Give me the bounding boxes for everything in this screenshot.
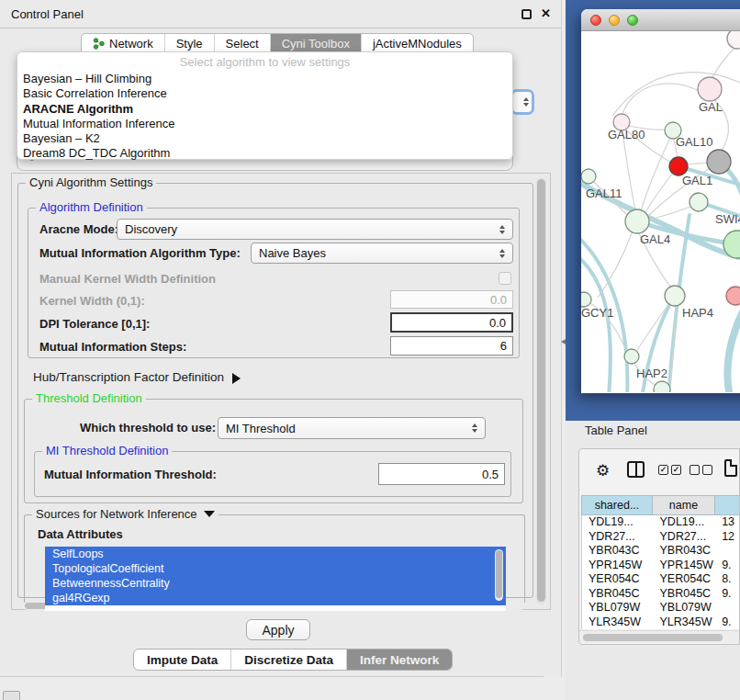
list-scrollbar-thumb[interactable] bbox=[496, 550, 502, 598]
table-horizontal-scrollbar[interactable] bbox=[579, 630, 740, 643]
table-row[interactable]: YBR043CYBR043C bbox=[582, 544, 740, 559]
split-columns-icon[interactable] bbox=[627, 461, 645, 478]
list-scrollbar[interactable] bbox=[495, 549, 503, 601]
focused-combo-fragment bbox=[510, 89, 534, 115]
gear-icon[interactable]: ⚙ bbox=[596, 461, 610, 480]
close-traffic-light-icon[interactable] bbox=[590, 15, 601, 26]
node-label-hap4: HAP4 bbox=[682, 306, 713, 320]
list-item-selfloops[interactable]: SelfLoops bbox=[45, 547, 506, 561]
vertical-scrollbar[interactable] bbox=[536, 178, 546, 604]
node-label-gal11: GAL11 bbox=[586, 186, 622, 200]
sources-title-text: Sources for Network Inference bbox=[36, 507, 197, 521]
table-row[interactable]: YPR145WYPR145W9. bbox=[582, 559, 740, 573]
node-salmon[interactable] bbox=[726, 287, 740, 305]
menu-item-basic-correlation[interactable]: Basic Correlation Inference bbox=[17, 86, 512, 101]
node-label-swi4: SWI4 bbox=[715, 212, 740, 226]
which-threshold-combo[interactable]: MI Threshold bbox=[218, 417, 486, 439]
node-gal11[interactable] bbox=[581, 169, 596, 184]
mi-steps-field[interactable]: 6 bbox=[390, 336, 513, 356]
document-icon[interactable] bbox=[724, 459, 737, 477]
table-row[interactable]: YLR345WYLR345W9. bbox=[582, 615, 740, 630]
apply-button[interactable]: Apply bbox=[246, 619, 310, 640]
vertical-scrollbar-thumb[interactable] bbox=[537, 179, 545, 602]
tab-jactivemnodules[interactable]: jActiveMNodules bbox=[361, 34, 473, 53]
table-scrollbar-thumb[interactable] bbox=[583, 634, 723, 641]
node-gcy1[interactable] bbox=[581, 292, 591, 307]
column-header-name[interactable]: name bbox=[653, 495, 715, 515]
node-bottom-cut[interactable] bbox=[654, 381, 670, 392]
node-gray[interactable] bbox=[707, 150, 731, 174]
node-hap4[interactable] bbox=[665, 286, 685, 306]
list-item-betweennesscentrality[interactable]: BetweennessCentrality bbox=[45, 576, 506, 591]
float-window-icon[interactable] bbox=[521, 9, 532, 19]
hub-definition-row[interactable]: Hub/Transcription Factor Definition bbox=[33, 367, 241, 388]
select-all-checks-icon[interactable]: ✓ ✓ bbox=[658, 465, 681, 475]
node-top-cut[interactable] bbox=[727, 31, 740, 49]
menu-item-bayesian-k2[interactable]: Bayesian – K2 bbox=[17, 131, 512, 146]
dpi-tolerance-field[interactable]: 0.0 bbox=[390, 312, 513, 333]
tab-cyni-toolbox-label: Cyni Toolbox bbox=[282, 37, 350, 51]
menu-item-bayesian-hill-climbing[interactable]: Bayesian – Hill Climbing bbox=[17, 72, 512, 86]
cyni-settings-scrollpane: Cyni Algorithm Settings Algorithm Defini… bbox=[11, 173, 551, 610]
deselect-all-checks-icon[interactable] bbox=[690, 465, 712, 475]
node-red-selected[interactable] bbox=[669, 157, 688, 175]
manual-kernel-checkbox[interactable] bbox=[499, 272, 511, 285]
node-label-hap2: HAP2 bbox=[636, 367, 667, 380]
node-gal4[interactable] bbox=[625, 209, 649, 233]
list-item-topologicalcoefficient[interactable]: TopologicalCoefficient bbox=[45, 561, 506, 576]
table-toolbar: ⚙ ✓ ✓ bbox=[579, 449, 739, 495]
cell: YDL19... bbox=[582, 515, 654, 530]
mi-threshold-group-title: MI Threshold Definition bbox=[42, 444, 172, 457]
cell: 13 bbox=[715, 515, 740, 530]
node-gal1[interactable] bbox=[690, 193, 708, 211]
zoom-traffic-light-icon[interactable] bbox=[627, 15, 638, 26]
manual-kernel-label: Manual Kernel Width Definition bbox=[39, 269, 216, 289]
network-view-window[interactable]: GAL GAL80 GAL10 GAL11 GAL1 SWI4 GAL4 GCY… bbox=[581, 9, 740, 393]
list-item-gal4rgexp[interactable]: gal4RGexp bbox=[45, 591, 506, 605]
table-body[interactable]: YDL19...YDL19...13 YDR27...YDR27...12 YB… bbox=[581, 515, 740, 629]
node-hap2[interactable] bbox=[624, 349, 639, 364]
minimize-traffic-light-icon[interactable] bbox=[609, 15, 620, 26]
cell: YDL19... bbox=[654, 515, 716, 530]
close-icon[interactable]: ✕ bbox=[541, 6, 551, 20]
node-gal-cut[interactable] bbox=[698, 77, 722, 101]
expand-arrow-icon[interactable] bbox=[232, 373, 241, 384]
collapsed-panel-button[interactable] bbox=[3, 691, 20, 700]
stepper-icon bbox=[472, 423, 477, 433]
kernel-width-value: 0.0 bbox=[490, 293, 507, 307]
tab-network[interactable]: Network bbox=[82, 34, 164, 53]
network-canvas[interactable]: GAL GAL80 GAL10 GAL11 GAL1 SWI4 GAL4 GCY… bbox=[581, 31, 740, 392]
network-window-titlebar[interactable] bbox=[581, 9, 740, 31]
column-header-shared-name[interactable]: shared... bbox=[581, 495, 653, 515]
tab-discretize-data[interactable]: Discretize Data bbox=[230, 649, 346, 670]
aracne-mode-combo[interactable]: Discovery bbox=[117, 219, 513, 240]
cell: YBR043C bbox=[582, 544, 654, 559]
menu-item-dream8[interactable]: Dream8 DC_TDC Algorithm bbox=[17, 146, 512, 161]
column-header-cut[interactable] bbox=[715, 495, 740, 515]
menu-item-mutual-information[interactable]: Mutual Information Inference bbox=[17, 117, 512, 131]
cell: YLR345W bbox=[654, 615, 716, 630]
collapse-arrow-icon[interactable] bbox=[204, 511, 215, 517]
dpi-tolerance-value: 0.0 bbox=[489, 316, 506, 330]
tab-cyni-toolbox[interactable]: Cyni Toolbox bbox=[270, 34, 361, 53]
table-row[interactable]: YBR045CYBR045C9. bbox=[582, 587, 740, 602]
tab-impute-data[interactable]: Impute Data bbox=[134, 649, 230, 670]
menu-item-aracne[interactable]: ARACNE Algorithm bbox=[17, 102, 512, 117]
table-panel: ⚙ ✓ ✓ shared... name YDL19...YDL19...13 … bbox=[578, 448, 740, 645]
cell: YPR145W bbox=[654, 559, 716, 573]
node-label-gal10: GAL10 bbox=[676, 135, 712, 149]
data-attributes-list[interactable]: SelfLoops TopologicalCoefficient Between… bbox=[45, 547, 506, 611]
mi-type-combo[interactable]: Naive Bayes bbox=[251, 243, 513, 264]
mi-threshold-field[interactable]: 0.5 bbox=[378, 463, 505, 485]
table-row[interactable]: YDL19...YDL19...13 bbox=[582, 515, 740, 530]
mi-threshold-group: MI Threshold Definition Mutual Informati… bbox=[34, 451, 511, 497]
tab-infer-network[interactable]: Infer Network bbox=[346, 649, 452, 670]
table-row[interactable]: YBL079WYBL079W bbox=[582, 601, 740, 615]
checked-box-icon: ✓ bbox=[658, 465, 668, 475]
mi-type-value: Naive Bayes bbox=[259, 246, 326, 260]
tab-select[interactable]: Select bbox=[214, 34, 270, 53]
unchecked-box-icon bbox=[690, 465, 700, 475]
table-row[interactable]: YER054CYER054C8. bbox=[582, 572, 740, 587]
tab-style[interactable]: Style bbox=[164, 34, 214, 53]
table-row[interactable]: YDR27...YDR27...12 bbox=[582, 530, 740, 545]
